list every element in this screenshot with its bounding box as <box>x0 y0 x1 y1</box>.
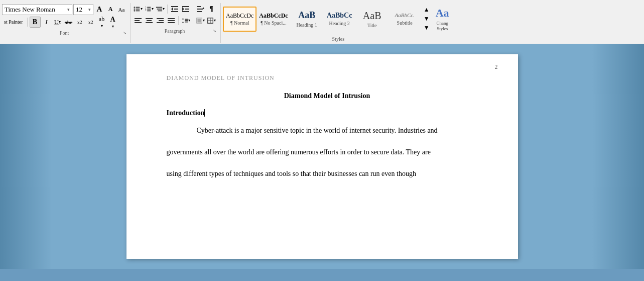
font-size-dropdown[interactable]: 12 ▾ <box>73 4 93 15</box>
font-name-label: Times New Roman <box>5 6 55 14</box>
svg-point-0 <box>134 7 135 8</box>
font-color-button[interactable]: A ▾ <box>108 17 118 27</box>
para-div3 <box>178 16 179 25</box>
underline-button[interactable]: U ▾ <box>53 17 63 27</box>
decrease-indent-button[interactable] <box>170 4 180 14</box>
styles-scroll-more[interactable]: ▼ <box>422 24 431 33</box>
align-right-button[interactable] <box>155 16 165 26</box>
change-styles-label: ChangStyles <box>436 21 448 32</box>
styles-scroll: ▲ ▼ ▼ <box>422 6 431 33</box>
style-no-spacing[interactable]: AaBbCcDc ¶ No Spaci... <box>256 7 290 32</box>
page-number: 2 <box>495 63 498 71</box>
paragraph-2[interactable]: governments all over the world are offer… <box>167 146 488 158</box>
svg-rect-24 <box>197 9 203 10</box>
styles-section-label: Styles <box>223 35 454 43</box>
subscript-button[interactable]: x2 <box>75 17 85 27</box>
clear-format-button[interactable]: Aa <box>116 5 126 15</box>
font-size-label: 12 <box>76 6 82 14</box>
multilevel-list-button[interactable]: ▾ <box>155 4 165 14</box>
font-grow-button[interactable]: A <box>94 5 104 15</box>
font-label: Font <box>60 30 69 36</box>
font-color-arrow: ▾ <box>112 24 114 29</box>
styles-scroll-up[interactable]: ▲ <box>422 6 431 15</box>
style-title-preview: AaB <box>363 10 381 22</box>
style-normal-preview: AaBbCcDc <box>226 12 253 19</box>
pilcrow-button[interactable]: ¶ <box>206 4 216 14</box>
styles-label: Styles <box>332 36 344 42</box>
svg-marker-40 <box>182 22 184 23</box>
svg-rect-28 <box>135 20 140 21</box>
paragraph-expand-icon[interactable]: ↘ <box>213 29 216 33</box>
style-title[interactable]: AaB Title <box>356 7 389 32</box>
paragraph-label: Paragraph <box>165 28 185 34</box>
document-page[interactable]: 2 DIAMOND MODEL OF INTRUSION Diamond Mod… <box>126 54 518 259</box>
styles-scroll-down[interactable]: ▼ <box>422 15 431 24</box>
format-painter-button[interactable]: st Painter <box>2 17 25 27</box>
bullet-arrow: ▾ <box>141 7 143 11</box>
document-title: Diamond Model of Intrusion <box>167 92 488 100</box>
bullet-list-button[interactable]: ▾ <box>133 4 143 14</box>
style-no-spacing-label: ¶ No Spaci... <box>261 20 286 26</box>
change-styles-button[interactable]: Aa ChangStyles <box>431 7 454 32</box>
svg-marker-26 <box>202 7 204 9</box>
borders-button[interactable]: ▾ <box>206 16 216 26</box>
svg-rect-31 <box>147 20 152 21</box>
font-expand-icon[interactable]: ↘ <box>123 31 126 35</box>
document-header: DIAMOND MODEL OF INTRUSION <box>167 74 488 82</box>
font-color-label: A <box>110 16 115 24</box>
numbered-list-button[interactable]: 1.2.3. ▾ <box>144 4 154 14</box>
superscript-button[interactable]: x2 <box>86 17 96 27</box>
italic-button[interactable]: I <box>42 17 52 27</box>
svg-rect-37 <box>168 20 175 21</box>
increase-indent-button[interactable] <box>181 4 191 14</box>
paragraph-1[interactable]: Cyber-attack is a major sensitive topic … <box>167 124 488 137</box>
svg-rect-17 <box>174 9 178 10</box>
change-styles-preview: Aa <box>436 7 449 20</box>
svg-rect-30 <box>146 18 153 19</box>
justify-button[interactable] <box>166 16 176 26</box>
font-row1: Times New Roman ▾ 12 ▾ A A Aa <box>2 4 126 15</box>
svg-rect-11 <box>147 10 151 11</box>
style-heading1-label: Heading 1 <box>296 22 317 28</box>
svg-rect-14 <box>158 10 162 11</box>
style-heading2[interactable]: AaBbCc Heading 2 <box>323 7 356 32</box>
strikethrough-button[interactable]: abc <box>64 17 74 27</box>
para-div1 <box>167 5 168 14</box>
document-area: 2 DIAMOND MODEL OF INTRUSION Diamond Mod… <box>0 44 644 269</box>
font-shrink-button[interactable]: A <box>105 5 115 15</box>
font-name-arrow: ▾ <box>67 7 70 12</box>
svg-rect-29 <box>135 22 142 23</box>
font-section: Times New Roman ▾ 12 ▾ A A Aa st Painter… <box>2 3 131 43</box>
svg-rect-43 <box>185 21 188 22</box>
divider1 <box>27 18 28 27</box>
svg-rect-32 <box>146 22 153 23</box>
highlight-color-button[interactable]: ab ▾ <box>97 17 107 27</box>
svg-rect-1 <box>136 7 140 8</box>
style-normal[interactable]: AaBbCcDc ¶ Normal <box>223 7 256 32</box>
svg-rect-45 <box>198 19 201 22</box>
font-row2: st Painter B I U ▾ abc x2 x2 ab ▾ <box>2 17 126 28</box>
svg-rect-9 <box>147 9 151 10</box>
bold-button[interactable]: B <box>30 17 41 28</box>
shading-button[interactable]: ▾ <box>195 16 205 26</box>
text-cursor <box>204 109 205 117</box>
svg-rect-7 <box>147 7 151 8</box>
svg-rect-20 <box>182 6 189 7</box>
svg-marker-15 <box>171 7 173 11</box>
sort-button[interactable] <box>195 4 205 14</box>
style-subtitle[interactable]: AaBbCc. Subtitle <box>389 7 421 32</box>
style-heading2-preview: AaBbCc <box>327 12 352 20</box>
svg-rect-38 <box>168 22 175 23</box>
paragraph-3[interactable]: using different types of techniques and … <box>167 167 488 180</box>
line-spacing-button[interactable]: ▾ <box>181 16 191 26</box>
svg-rect-16 <box>171 6 178 7</box>
para-div4 <box>193 16 193 25</box>
font-name-dropdown[interactable]: Times New Roman ▾ <box>2 4 72 15</box>
styles-gallery: AaBbCcDc ¶ Normal AaBbCcDc ¶ No Spaci...… <box>223 3 454 35</box>
svg-marker-39 <box>182 18 184 19</box>
svg-point-4 <box>134 10 135 12</box>
svg-rect-3 <box>136 9 140 10</box>
align-center-button[interactable] <box>144 16 154 26</box>
align-left-button[interactable] <box>133 16 143 26</box>
style-heading1[interactable]: AaB Heading 1 <box>291 7 323 32</box>
